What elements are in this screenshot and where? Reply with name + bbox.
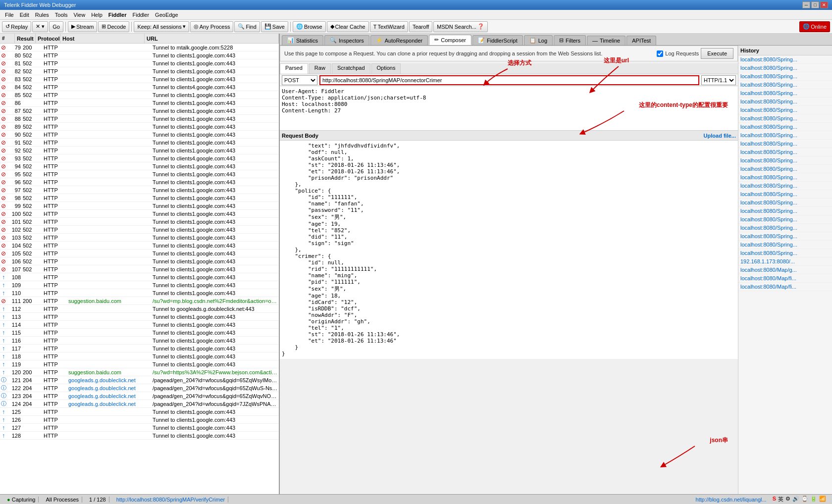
table-row[interactable]: ⊘ 92 502 HTTP Tunnel to clients1.google.… [0,147,279,154]
table-row[interactable]: ⊘ 87 502 HTTP Tunnel to clients1.google.… [0,107,279,115]
list-item[interactable]: localhost:8080/Spring... [738,156,832,165]
list-item[interactable]: localhost:8080/Spring... [738,89,832,98]
table-row[interactable]: ⊘ 107 502 HTTP Tunnel to clients1.google… [0,265,279,273]
log-requests-checkbox[interactable] [657,50,663,57]
table-row[interactable]: ⊘ 98 502 HTTP Tunnel to clients1.google.… [0,194,279,202]
list-item[interactable]: localhost:8080/Spring... [738,140,832,148]
list-item[interactable]: localhost:8080/Spring... [738,106,832,114]
table-row[interactable]: ↑ 116 HTTP Tunnel to clients1.google.com… [0,337,279,345]
find-button[interactable]: 🔍 Find [234,21,260,32]
stream-button[interactable]: ▶ Stream [68,21,97,32]
tab-timeline[interactable]: — Timeline [587,36,625,45]
tearoff-button[interactable]: Tearoff [409,21,432,32]
col-url[interactable]: URL [145,34,279,43]
table-row[interactable]: ↑ 117 HTTP Tunnel to clients1.google.com… [0,345,279,353]
tab-fiddlerscript[interactable]: 📝 FiddlerScript [472,35,523,45]
list-item[interactable]: localhost:8080/Spring... [738,148,832,156]
list-item[interactable]: localhost:8080/Map/fi... [738,274,832,283]
maximize-button[interactable]: □ [811,1,819,8]
inner-tab-scratchpad[interactable]: Scratchpad [332,63,370,74]
inner-tab-parsed[interactable]: Parsed [280,63,308,74]
table-row[interactable]: ↑ 115 HTTP Tunnel to clients1.google.com… [0,329,279,337]
table-row[interactable]: ⊘ 84 502 HTTP Tunnel to clients4.google.… [0,83,279,91]
tab-log[interactable]: 📋 Log [524,35,553,45]
table-row[interactable]: ⊘ 79 200 HTTP Tunnel to mtalk.google.com… [0,44,279,51]
list-item[interactable]: localhost:8080/Spring... [738,199,832,207]
list-item[interactable]: localhost:8080/Spring... [738,173,832,182]
table-row[interactable]: ⊘ 90 502 HTTP Tunnel to clients1.google.… [0,131,279,139]
col-result[interactable]: Result [15,34,36,43]
execute-button[interactable]: Execute [701,48,733,59]
table-row[interactable]: ⊘ 99 502 HTTP Tunnel to clients1.google.… [0,202,279,210]
menu-fiddler-label[interactable]: Fiddler [129,11,152,19]
tab-inspectors[interactable]: 🔍 Inspectors [324,35,369,45]
table-row[interactable]: ↑ 126 HTTP Tunnel to clients1.google.com… [0,416,279,424]
col-protocol[interactable]: Protocol [36,34,60,43]
table-row[interactable]: ⊘ 81 502 HTTP Tunnel to clients1.google.… [0,59,279,67]
list-item[interactable]: localhost:8080/Spring... [738,81,832,89]
table-row[interactable]: ↑ 120 200 HTTP suggestion.baidu.com /su?… [0,368,279,376]
http-version-select[interactable]: HTTP/1.1 HTTP/1.0 [701,75,736,85]
table-row[interactable]: ↑ 108 HTTP Tunnel to clients1.google.com… [0,273,279,281]
list-item[interactable]: localhost:8080/Spring... [738,55,832,64]
table-row[interactable]: ⊘ 102 502 HTTP Tunnel to clients1.google… [0,226,279,234]
menu-file[interactable]: File [2,11,17,19]
table-row[interactable]: ⊘ 85 502 HTTP Tunnel to clients1.google.… [0,91,279,99]
table-row[interactable]: ⊘ 82 502 HTTP Tunnel to clients1.google.… [0,67,279,75]
table-row[interactable]: ⊘ 97 502 HTTP Tunnel to clients1.google.… [0,186,279,194]
table-row[interactable]: ⊘ 93 502 HTTP Tunnel to clients4.google.… [0,154,279,162]
table-row[interactable]: ⊘ 91 502 HTTP Tunnel to clients1.google.… [0,139,279,147]
table-row[interactable]: ⊘ 103 502 HTTP Tunnel to clients1.google… [0,234,279,242]
tab-apitest[interactable]: APITest [626,36,656,45]
window-controls[interactable]: ─ □ ✕ [802,1,828,8]
table-row[interactable]: ↑ 114 HTTP Tunnel to clients1.google.com… [0,321,279,329]
any-process-button[interactable]: ◎ Any Process [190,21,234,32]
table-row[interactable]: ↑ 112 HTTP Tunnel to googleads.g.doublec… [0,305,279,313]
list-item[interactable]: localhost:8080/Spring... [738,249,832,257]
list-item[interactable]: localhost:8080/Spring... [738,190,832,199]
table-row[interactable]: ⊘ 104 502 HTTP Tunnel to clients1.google… [0,242,279,250]
text-wizard-button[interactable]: T TextWizard [370,21,408,32]
menu-edit[interactable]: Edit [17,11,32,19]
list-item[interactable]: localhost:8080/Map/fi... [738,283,832,291]
method-select[interactable]: GET POST PUT DELETE HEAD OPTIONS [282,75,317,85]
table-row[interactable]: ⊘ 95 502 HTTP Tunnel to clients1.google.… [0,170,279,178]
list-item[interactable]: localhost:8080/Spring... [738,215,832,224]
table-row[interactable]: ⊘ 80 502 HTTP Tunnel to clients1.google.… [0,51,279,59]
all-processes-status[interactable]: All Processes [43,497,82,503]
list-item[interactable]: localhost:8080/Spring... [738,123,832,131]
list-item[interactable]: localhost:8080/Spring... [738,165,832,173]
table-row[interactable]: ⊘ 106 502 HTTP Tunnel to clients1.google… [0,257,279,265]
table-row[interactable]: ↑ 127 HTTP Tunnel to clients1.google.com… [0,424,279,432]
table-row[interactable]: ↑ 118 HTTP Tunnel to clients1.google.com… [0,353,279,360]
tab-composer[interactable]: ✏ Composer [429,35,471,45]
table-row[interactable]: ⊘ 88 502 HTTP Tunnel to clients1.google.… [0,115,279,123]
table-row[interactable]: ⓘ 124 204 HTTP googleads.g.doubleclick.n… [0,400,279,408]
minimize-button[interactable]: ─ [802,1,810,8]
list-item[interactable]: localhost:8080/Spring... [738,224,832,232]
table-row[interactable]: ⊘ 101 502 HTTP Tunnel to clients1.google… [0,218,279,226]
remove-button[interactable]: ✕ ▾ [32,21,48,32]
decode-button[interactable]: ⊞ Decode [98,21,129,32]
menu-tools[interactable]: Tools [52,11,71,19]
list-item[interactable]: localhost:8080/Spring... [738,241,832,249]
msdn-button[interactable]: MSDN Search... ❓ [433,21,487,32]
go-button[interactable]: Go [49,21,63,32]
browse-button[interactable]: 🌐 Browse [293,21,326,32]
table-row[interactable]: ↑ 113 HTTP Tunnel to clients1.google.com… [0,313,279,321]
menu-rules[interactable]: Rules [32,11,52,19]
list-item[interactable]: localhost:8080/Spring... [738,72,832,81]
inner-tab-raw[interactable]: Raw [309,63,331,74]
list-item[interactable]: localhost:8080/Spring... [738,98,832,106]
headers-area[interactable]: User-Agent: Fiddler Content-Type: applic… [280,86,738,131]
table-row[interactable]: ↑ 109 HTTP Tunnel to clients1.google.com… [0,281,279,289]
table-row[interactable]: ⊘ 89 502 HTTP Tunnel to clients1.google.… [0,123,279,131]
clear-cache-button[interactable]: ◆ Clear Cache [327,21,369,32]
list-item[interactable]: localhost:8080/Spring... [738,207,832,215]
table-row[interactable]: ⊘ 105 502 HTTP Tunnel to clients1.google… [0,250,279,257]
list-item[interactable]: localhost:8080/Spring... [738,131,832,140]
list-item[interactable]: localhost:8080/Spring... [738,232,832,241]
col-host[interactable]: Host [60,34,145,43]
list-item[interactable]: localhost:8080/Spring... [738,182,832,190]
table-row[interactable]: ↑ 125 HTTP Tunnel to clients1.google.com… [0,408,279,416]
